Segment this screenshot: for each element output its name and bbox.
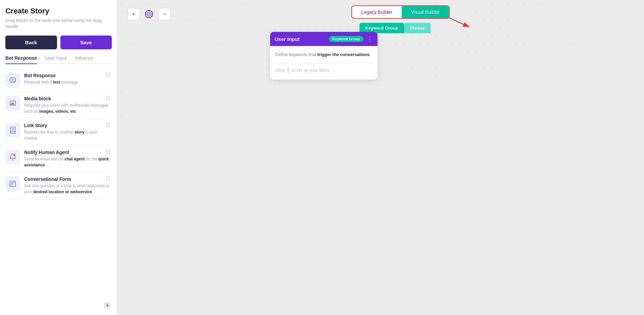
drag-handle[interactable] (106, 176, 110, 181)
add-button[interactable]: + (128, 8, 140, 20)
zoom-fit-button[interactable] (143, 8, 155, 20)
node-card-menu-button[interactable]: ⋮ (367, 35, 373, 43)
list-item[interactable]: Bot Response Respond with a text message (5, 69, 110, 92)
svg-point-2 (13, 154, 15, 156)
bot-response-text: Bot Response Respond with a text message (24, 73, 110, 85)
page-title: Create Story (5, 7, 112, 15)
notify-human-agent-text: Notify Human Agent Send an email alert t… (24, 150, 110, 168)
drag-handle[interactable] (106, 150, 110, 154)
node-card: User Input Keyword Group ⋮ Define keywor… (270, 32, 378, 80)
list-item[interactable]: Notify Human Agent Send an email alert t… (5, 146, 110, 172)
node-card-badge: Keyword Group (329, 36, 363, 42)
canvas[interactable]: + − Legacy Builder Visual Builder (117, 0, 644, 315)
tab-advance[interactable]: Advance (75, 55, 93, 64)
media-block-title: Media block (24, 96, 110, 101)
list-item[interactable]: Conversational Form Ask one question at … (5, 172, 110, 199)
notify-human-agent-desc: Send an email alert to chat agent for th… (24, 156, 110, 168)
node-card-header: User Input Keyword Group ⋮ (270, 32, 378, 46)
block-list: Bot Response Respond with a text message… (5, 69, 112, 308)
sidebar: Create Story Drag blocks to the node tre… (0, 0, 117, 315)
conversational-form-text: Conversational Form Ask one question at … (24, 176, 110, 195)
legacy-builder-button[interactable]: Legacy Builder (352, 6, 402, 18)
sidebar-tabs: Bot Response User Input Advance (5, 55, 112, 64)
link-story-title: Link Story (24, 123, 110, 128)
save-button[interactable]: Save (60, 36, 112, 49)
node-card-divider (276, 63, 372, 63)
sidebar-subtitle: Drag blocks to the node tree below using… (5, 17, 112, 30)
drag-handle[interactable] (106, 96, 110, 100)
drag-handle[interactable] (106, 73, 110, 77)
drag-handle[interactable] (106, 123, 110, 127)
builder-toggle: Legacy Builder Visual Builder (351, 5, 450, 19)
back-button[interactable]: Back (5, 36, 57, 49)
link-story-text: Link Story Redirect the flow to another … (24, 123, 110, 141)
tab-user-input[interactable]: User Input (45, 55, 67, 64)
bot-response-desc: Respond with a text message (24, 79, 110, 85)
tab-bot-response[interactable]: Bot Response (5, 55, 37, 64)
node-card-body: Define keywords that trigger the convers… (270, 46, 378, 80)
sidebar-actions: Back Save (5, 36, 112, 49)
list-item[interactable]: Media block Respond your users with mult… (5, 92, 110, 119)
media-block-desc: Respond your users with multimedia messa… (24, 102, 110, 114)
notify-human-agent-icon (5, 150, 20, 164)
visual-builder-button[interactable]: Visual Builder (402, 6, 449, 18)
conversational-form-desc: Ask one question at a time & send respon… (24, 183, 110, 195)
conversational-form-icon (5, 176, 20, 191)
link-story-desc: Redirect the flow to another story in yo… (24, 129, 110, 141)
zoom-out-button[interactable]: − (158, 8, 170, 20)
node-card-title: User Input (275, 36, 326, 42)
node-card-hint: Click ⋮ to set up your block (276, 68, 372, 73)
canvas-toolbar: + − (128, 8, 170, 20)
notify-human-agent-title: Notify Human Agent (24, 150, 110, 155)
bot-response-title: Bot Response (24, 73, 110, 78)
media-block-text: Media block Respond your users with mult… (24, 96, 110, 114)
link-story-icon (5, 123, 20, 138)
scroll-down-button[interactable]: ▼ (104, 302, 110, 308)
media-block-icon (5, 96, 20, 111)
list-item[interactable]: Link Story Redirect the flow to another … (5, 119, 110, 146)
dots-icon: ⋮ (286, 68, 290, 73)
svg-rect-0 (10, 78, 16, 82)
bot-response-icon (5, 73, 20, 88)
conversational-form-title: Conversational Form (24, 176, 110, 182)
node-card-desc: Define keywords that trigger the convers… (276, 51, 372, 58)
